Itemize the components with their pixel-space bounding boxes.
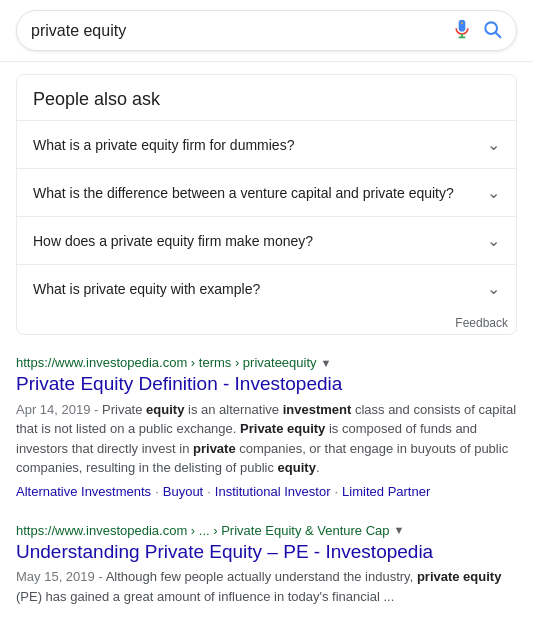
search-bar bbox=[16, 10, 517, 51]
paa-title: People also ask bbox=[17, 75, 516, 120]
paa-item-1[interactable]: What is the difference between a venture… bbox=[17, 168, 516, 216]
result-dropdown-arrow-0[interactable]: ▼ bbox=[321, 357, 332, 369]
search-icons bbox=[452, 19, 502, 42]
paa-question-1: What is the difference between a venture… bbox=[33, 185, 454, 201]
result-snippet-0: Apr 14, 2019 - Private equity is an alte… bbox=[16, 400, 517, 478]
paa-item-3[interactable]: What is private equity with example? ⌄ bbox=[17, 264, 516, 312]
result-url-line-0: https://www.investopedia.com › terms › p… bbox=[16, 355, 517, 370]
paa-item-2[interactable]: How does a private equity firm make mone… bbox=[17, 216, 516, 264]
search-input[interactable] bbox=[31, 22, 452, 40]
result-tags-0: Alternative Investments · Buyout · Insti… bbox=[16, 484, 517, 499]
microphone-icon[interactable] bbox=[452, 19, 472, 42]
chevron-down-icon-3: ⌄ bbox=[487, 279, 500, 298]
result-date-0: Apr 14, 2019 - bbox=[16, 402, 102, 417]
chevron-down-icon-0: ⌄ bbox=[487, 135, 500, 154]
paa-item-0[interactable]: What is a private equity firm for dummie… bbox=[17, 120, 516, 168]
svg-point-0 bbox=[461, 22, 463, 24]
search-result-1: https://www.investopedia.com › ... › Pri… bbox=[16, 523, 517, 607]
search-bar-container bbox=[0, 0, 533, 62]
paa-question-2: How does a private equity firm make mone… bbox=[33, 233, 313, 249]
main-content: People also ask What is a private equity… bbox=[0, 62, 533, 626]
svg-line-2 bbox=[496, 33, 501, 38]
result-url-line-1: https://www.investopedia.com › ... › Pri… bbox=[16, 523, 517, 538]
search-result-0: https://www.investopedia.com › terms › p… bbox=[16, 355, 517, 499]
result-tag-limited-partner[interactable]: Limited Partner bbox=[342, 484, 430, 499]
result-title-0[interactable]: Private Equity Definition - Investopedia bbox=[16, 372, 517, 397]
chevron-down-icon-1: ⌄ bbox=[487, 183, 500, 202]
result-url-1: https://www.investopedia.com › ... › Pri… bbox=[16, 523, 390, 538]
paa-question-3: What is private equity with example? bbox=[33, 281, 260, 297]
result-tag-institutional-investor[interactable]: Institutional Investor bbox=[215, 484, 331, 499]
result-snippet-1: May 15, 2019 - Although few people actua… bbox=[16, 567, 517, 606]
result-tag-buyout[interactable]: Buyout bbox=[163, 484, 203, 499]
people-also-ask-box: People also ask What is a private equity… bbox=[16, 74, 517, 335]
result-tag-alternative-investments[interactable]: Alternative Investments bbox=[16, 484, 151, 499]
paa-question-0: What is a private equity firm for dummie… bbox=[33, 137, 294, 153]
result-url-0: https://www.investopedia.com › terms › p… bbox=[16, 355, 317, 370]
result-dropdown-arrow-1[interactable]: ▼ bbox=[394, 524, 405, 536]
result-title-1[interactable]: Understanding Private Equity – PE - Inve… bbox=[16, 540, 517, 565]
chevron-down-icon-2: ⌄ bbox=[487, 231, 500, 250]
search-icon[interactable] bbox=[482, 19, 502, 42]
result-date-1: May 15, 2019 - bbox=[16, 569, 106, 584]
feedback-link[interactable]: Feedback bbox=[17, 312, 516, 334]
